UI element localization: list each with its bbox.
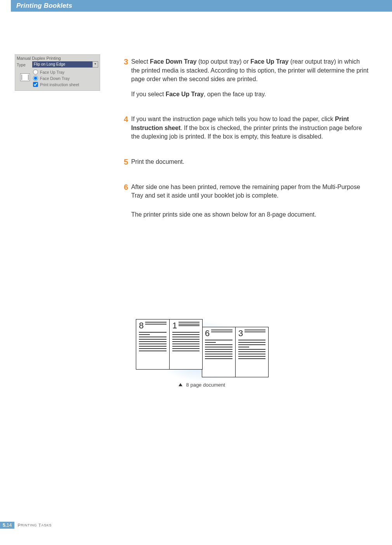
step-text: Select Face Down Tray (top output tray) … bbox=[131, 57, 369, 84]
page-header: Printing Booklets bbox=[11, 0, 392, 12]
type-label: Type bbox=[17, 62, 32, 67]
face-down-tray-radio-input[interactable] bbox=[33, 76, 38, 81]
diagram-page-number: 8 bbox=[139, 322, 144, 330]
footer-cap: T bbox=[38, 523, 41, 528]
print-instruction-checkbox[interactable]: Print instruction sheet bbox=[33, 82, 98, 87]
page-footer: 5.14 PRINTING TASKS bbox=[0, 522, 52, 529]
step-text: If you want the instruction page which t… bbox=[131, 115, 369, 141]
duplex-preview-icon bbox=[20, 73, 30, 81]
print-instruction-checkbox-input[interactable] bbox=[33, 82, 38, 87]
step-text: Print the document. bbox=[131, 158, 369, 167]
diagram-sheet-back: 6 3 bbox=[202, 327, 269, 377]
step-number: 6 bbox=[120, 183, 131, 221]
type-select[interactable]: Flip on Long Edge ▼ bbox=[32, 61, 98, 68]
diagram-page-number: 1 bbox=[172, 322, 177, 330]
type-select-value: Flip on Long Edge bbox=[34, 62, 65, 66]
diagram-page-number: 6 bbox=[205, 330, 210, 337]
footer-sm: RINTING bbox=[21, 523, 37, 527]
section-title: PRINTING TASKS bbox=[14, 522, 52, 529]
page-title: Printing Booklets bbox=[11, 0, 392, 12]
footer-chapter: 5. bbox=[3, 522, 7, 528]
panel-title: Manual Duplex Printing bbox=[15, 55, 100, 61]
step-number: 5 bbox=[120, 158, 131, 168]
diagram-caption: 8 page document bbox=[128, 382, 276, 388]
face-up-tray-radio[interactable]: Face Up Tray bbox=[33, 69, 98, 75]
step-number: 4 bbox=[120, 115, 131, 143]
diagram-caption-text: 8 page document bbox=[186, 382, 225, 388]
step-text: After side one has been printed, remove … bbox=[131, 183, 369, 200]
footer-page: 14 bbox=[7, 522, 12, 528]
page-number-badge: 5.14 bbox=[0, 522, 14, 529]
step-number: 3 bbox=[120, 57, 131, 100]
manual-duplex-panel: Manual Duplex Printing Type Flip on Long… bbox=[15, 54, 100, 91]
diagram-page-number: 3 bbox=[238, 330, 243, 337]
face-down-tray-radio[interactable]: Face Down Tray bbox=[33, 76, 98, 81]
footer-cap: P bbox=[17, 523, 21, 528]
face-up-tray-radio-input[interactable] bbox=[33, 69, 38, 75]
footer-sm: ASKS bbox=[42, 523, 52, 527]
print-instruction-checkbox-label: Print instruction sheet bbox=[40, 82, 79, 87]
chevron-down-icon[interactable]: ▼ bbox=[92, 61, 98, 68]
up-arrow-icon bbox=[179, 383, 182, 386]
step-text: If you select Face Up Tray, open the fac… bbox=[131, 90, 369, 99]
step-text: The printer prints side one as shown bel… bbox=[131, 210, 369, 219]
face-down-tray-radio-label: Face Down Tray bbox=[40, 76, 69, 81]
face-up-tray-radio-label: Face Up Tray bbox=[40, 70, 64, 75]
diagram-sheet-front: 8 1 bbox=[136, 319, 203, 370]
instruction-steps: 3 Select Face Down Tray (top output tray… bbox=[120, 57, 369, 220]
